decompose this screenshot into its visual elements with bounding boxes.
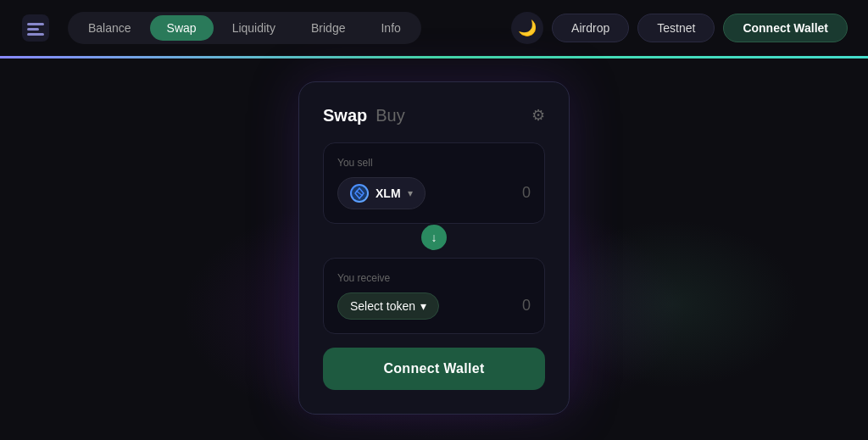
airdrop-button[interactable]: Airdrop: [552, 14, 629, 42]
svg-rect-3: [27, 33, 44, 36]
swap-direction-button[interactable]: ↓: [420, 223, 448, 252]
select-token-chevron-icon: ▾: [420, 299, 426, 313]
select-token-button[interactable]: Select token ▾: [337, 292, 439, 320]
main-content: Swap Buy ⚙ You sell XLM ▾: [0, 58, 868, 437]
swap-arrow-wrap: ↓: [323, 223, 545, 252]
tab-liquidity[interactable]: Liquidity: [215, 15, 292, 41]
testnet-button[interactable]: Testnet: [637, 14, 715, 42]
swap-title: Swap Buy: [323, 106, 405, 125]
svg-rect-1: [27, 23, 44, 25]
tab-balance[interactable]: Balance: [71, 15, 148, 41]
xlm-token-name: XLM: [376, 187, 401, 200]
navbar: Balance Swap Liquidity Bridge Info 🌙 Air…: [0, 0, 868, 56]
receive-section: You receive Select token ▾ 0: [323, 258, 545, 334]
sell-section: You sell XLM ▾ 0: [323, 142, 545, 224]
sell-amount: 0: [522, 184, 531, 202]
select-token-label: Select token: [350, 299, 415, 313]
xlm-chevron-icon: ▾: [408, 187, 413, 199]
connect-wallet-header-button[interactable]: Connect Wallet: [723, 14, 848, 42]
tab-bridge[interactable]: Bridge: [294, 15, 362, 41]
moon-icon: 🌙: [518, 19, 537, 37]
sell-input-row: XLM ▾ 0: [337, 177, 531, 209]
theme-toggle-button[interactable]: 🌙: [511, 12, 543, 44]
swap-card: Swap Buy ⚙ You sell XLM ▾: [298, 81, 570, 415]
settings-icon[interactable]: ⚙: [531, 106, 545, 125]
tab-swap[interactable]: Swap: [150, 15, 214, 41]
logo: [20, 13, 51, 43]
xlm-token-selector[interactable]: XLM ▾: [337, 177, 426, 209]
nav-tabs: Balance Swap Liquidity Bridge Info: [68, 12, 421, 44]
arrow-down-icon: ↓: [431, 231, 437, 244]
swap-title-main: Swap: [323, 106, 367, 125]
receive-input-row: Select token ▾ 0: [337, 292, 531, 320]
xlm-logo: [350, 184, 369, 203]
connect-wallet-main-button[interactable]: Connect Wallet: [323, 348, 545, 390]
sell-label: You sell: [337, 157, 531, 169]
nav-right: 🌙 Airdrop Testnet Connect Wallet: [511, 12, 848, 44]
swap-card-header: Swap Buy ⚙: [323, 106, 545, 125]
svg-rect-2: [27, 28, 39, 31]
receive-label: You receive: [337, 272, 531, 284]
tab-info[interactable]: Info: [364, 15, 417, 41]
receive-amount: 0: [522, 297, 531, 315]
swap-title-sub: Buy: [376, 106, 404, 125]
